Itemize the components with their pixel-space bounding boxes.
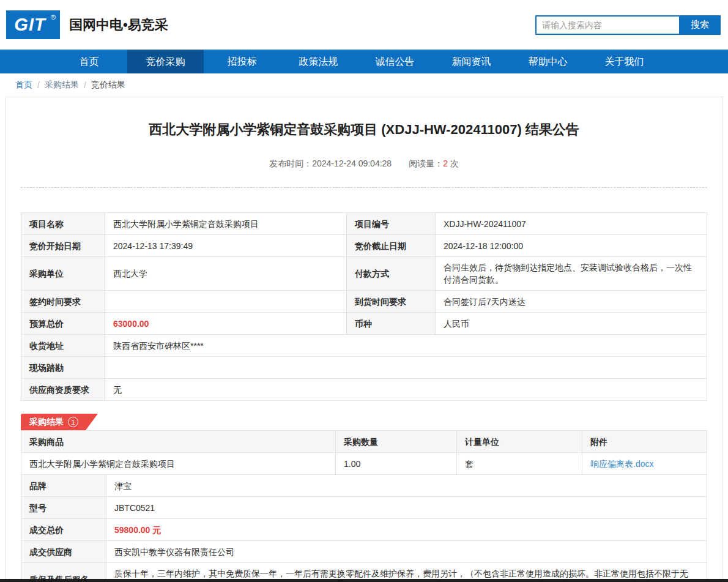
breadcrumb: 首页 / 采购结果 / 竞价结果 [0, 73, 728, 97]
logo-text: GIT [14, 15, 51, 35]
label-model: 型号 [21, 497, 106, 519]
table-row: 西北大学附属小学紫铜定音鼓采购项目 1.00 套 响应偏离表.docx [21, 453, 707, 475]
nav-item-policies[interactable]: 政策法规 [280, 50, 357, 73]
label-delivery-address: 收货地址 [21, 335, 105, 357]
views-unit: 次 [450, 159, 459, 168]
result-product-table: 采购商品 采购数量 计量单位 附件 西北大学附属小学紫铜定音鼓采购项目 1.00… [21, 430, 707, 475]
label-purchasing-unit: 采购单位 [21, 257, 105, 291]
publish-time-label: 发布时间： [269, 159, 312, 168]
announcement-panel: 西北大学附属小学紫铜定音鼓采购项目 (XDJJ-HW-202411007) 结果… [5, 97, 723, 582]
header-attachment: 附件 [582, 431, 707, 453]
label-winning-supplier: 成交供应商 [21, 541, 106, 563]
value-purchasing-unit: 西北大学 [105, 257, 347, 291]
badge-label: 采购结果 [29, 417, 64, 428]
value-unit: 套 [457, 453, 582, 475]
search-input[interactable] [535, 15, 679, 35]
breadcrumb-current: 竞价结果 [91, 80, 125, 91]
nav-item-home[interactable]: 首页 [51, 50, 127, 73]
table-row: 供应商资质要求 无 [21, 379, 707, 401]
attachment-link[interactable]: 响应偏离表.docx [590, 459, 653, 469]
registered-trademark-icon: ® [51, 13, 56, 21]
value-model: JBTC0521 [106, 497, 707, 519]
value-project-name: 西北大学附属小学紫铜定音鼓采购项目 [105, 213, 347, 235]
label-project-name: 项目名称 [21, 213, 105, 235]
table-row: 采购单位 西北大学 付款方式 合同生效后，待货物到达指定地点、安装调试验收合格后… [21, 257, 707, 291]
nav-item-bidding-purchase[interactable]: 竞价采购 [127, 50, 204, 73]
table-header-row: 采购商品 采购数量 计量单位 附件 [21, 431, 707, 453]
search-button[interactable]: 搜索 [679, 15, 721, 35]
dashed-divider [21, 187, 707, 188]
breadcrumb-separator: / [37, 80, 40, 90]
result-detail-table: 品牌 津宝 型号 JBTC0521 成交总价 59800.00 元 成交供应商 … [21, 474, 707, 582]
views-label: 阅读量： [409, 159, 443, 168]
value-site-survey [105, 357, 707, 379]
value-delivery-address: 陕西省西安市碑林区**** [105, 335, 707, 357]
header-unit: 计量单位 [457, 431, 582, 453]
value-brand: 津宝 [106, 475, 707, 497]
table-row: 收货地址 陕西省西安市碑林区**** [21, 335, 707, 357]
table-row: 预算总价 63000.00 币种 人民币 [21, 313, 707, 335]
site-logo[interactable]: GIT ® [6, 10, 60, 39]
views-count: 2 [443, 159, 448, 168]
table-row: 品牌 津宝 [21, 475, 707, 497]
label-project-number: 项目编号 [347, 213, 436, 235]
value-currency: 人民币 [436, 313, 707, 335]
label-brand: 品牌 [21, 475, 106, 497]
table-row: 签约时间要求 到货时间要求 合同签订后7天内送达 [21, 291, 707, 313]
value-deal-total-price: 59800.00 元 [106, 519, 707, 541]
table-row: 项目名称 西北大学附属小学紫铜定音鼓采购项目 项目编号 XDJJ-HW-2024… [21, 213, 707, 235]
nav-item-news[interactable]: 新闻资讯 [433, 50, 510, 73]
breadcrumb-separator: / [84, 80, 86, 90]
search-bar: 搜索 [535, 15, 721, 35]
label-payment-method: 付款方式 [347, 257, 436, 291]
publish-time-value: 2024-12-24 09:04:28 [312, 159, 392, 168]
value-supplier-qualification: 无 [105, 379, 707, 401]
value-budget-total: 63000.00 [105, 313, 347, 335]
header-quantity: 采购数量 [336, 431, 457, 453]
label-signing-time-requirement: 签约时间要求 [21, 291, 105, 313]
project-info-table: 项目名称 西北大学附属小学紫铜定音鼓采购项目 项目编号 XDJJ-HW-2024… [21, 212, 707, 401]
label-delivery-time-requirement: 到货时间要求 [347, 291, 436, 313]
label-deal-total-price: 成交总价 [21, 519, 106, 541]
value-quantity: 1.00 [336, 453, 457, 475]
label-site-survey: 现场踏勘 [21, 357, 105, 379]
nav-item-about-us[interactable]: 关于我们 [586, 50, 663, 73]
value-bid-end-date: 2024-12-18 12:00:00 [436, 235, 707, 257]
badge-number-icon: 1 [68, 417, 78, 427]
header-product: 采购商品 [21, 431, 336, 453]
value-bid-start-date: 2024-12-13 17:39:49 [105, 235, 347, 257]
nav-item-integrity-notices[interactable]: 诚信公告 [357, 50, 433, 73]
nav-item-tenders[interactable]: 招投标 [204, 50, 280, 73]
value-payment-method: 合同生效后，待货物到达指定地点、安装调试验收合格后，一次性付清合同货款。 [436, 257, 707, 291]
label-currency: 币种 [347, 313, 436, 335]
label-supplier-qualification: 供应商资质要求 [21, 379, 105, 401]
site-name: 国网中电•易竞采 [69, 16, 168, 34]
breadcrumb-home-link[interactable]: 首页 [15, 80, 32, 91]
article-meta: 发布时间：2024-12-24 09:04:28阅读量：2 次 [6, 159, 722, 170]
table-row: 成交总价 59800.00 元 [21, 519, 707, 541]
value-product-name: 西北大学附属小学紫铜定音鼓采购项目 [21, 453, 336, 475]
label-budget-total: 预算总价 [21, 313, 105, 335]
label-bid-start-date: 竞价开始日期 [21, 235, 105, 257]
table-row: 型号 JBTC0521 [21, 497, 707, 519]
table-row: 成交供应商 西安凯中教学仪器有限责任公司 [21, 541, 707, 563]
main-nav: 首页 竞价采购 招投标 政策法规 诚信公告 新闻资讯 帮助中心 关于我们 [0, 50, 728, 73]
value-signing-time-requirement [105, 291, 347, 313]
value-project-number: XDJJ-HW-202411007 [436, 213, 707, 235]
table-row: 竞价开始日期 2024-12-13 17:39:49 竞价截止日期 2024-1… [21, 235, 707, 257]
table-row: 现场踏勘 [21, 357, 707, 379]
result-badge-row: 采购结果 1 [21, 414, 707, 430]
nav-item-help-center[interactable]: 帮助中心 [510, 50, 586, 73]
value-delivery-time-requirement: 合同签订后7天内送达 [436, 291, 707, 313]
bottom-edge-strip [0, 579, 728, 582]
breadcrumb-purchase-results-link[interactable]: 采购结果 [45, 80, 79, 91]
label-bid-end-date: 竞价截止日期 [347, 235, 436, 257]
site-header: GIT ® 国网中电•易竞采 搜索 [0, 0, 728, 50]
value-winning-supplier: 西安凯中教学仪器有限责任公司 [106, 541, 707, 563]
page-title: 西北大学附属小学紫铜定音鼓采购项目 (XDJJ-HW-202411007) 结果… [42, 121, 686, 139]
purchase-result-badge: 采购结果 1 [21, 414, 98, 430]
